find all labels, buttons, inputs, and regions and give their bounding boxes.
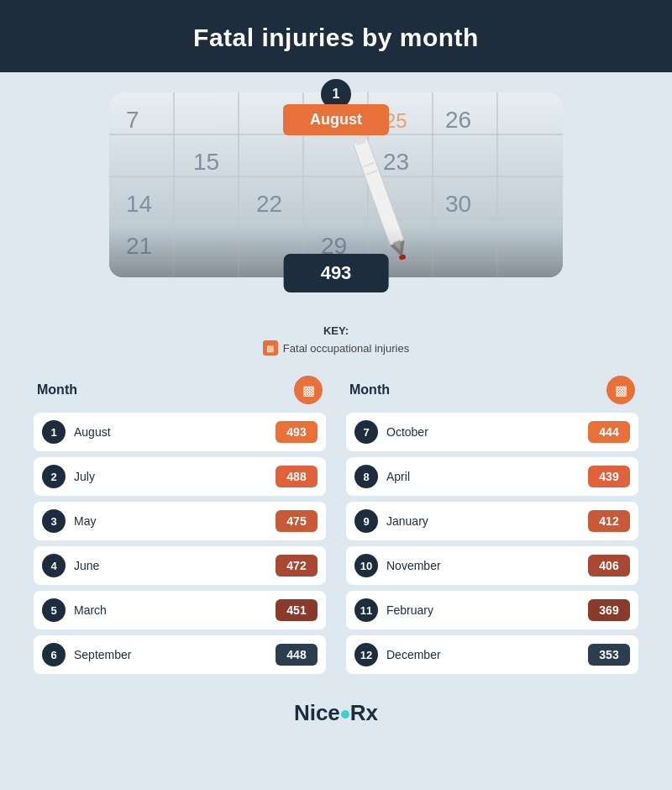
svg-text:23: 23 — [383, 149, 409, 175]
value-badge: 451 — [276, 599, 318, 621]
rank-circle: 11 — [354, 598, 378, 622]
rank-circle: 1 — [42, 420, 66, 444]
table-row: 8April439 — [346, 457, 638, 496]
value-badge: 444 — [588, 421, 630, 443]
right-table-rows: 7October4448April4399January41210Novembe… — [346, 413, 638, 674]
month-name: May — [74, 514, 267, 528]
rank-circle: 5 — [42, 598, 66, 622]
table-row: 2July488 — [34, 457, 326, 496]
hero-card: 1 August — [109, 92, 563, 277]
page-title: Fatal injuries by month — [17, 24, 655, 52]
value-badge: 493 — [276, 421, 318, 443]
table-row: 3May475 — [34, 502, 326, 540]
logo-nice: Nice — [294, 700, 340, 725]
value-badge: 472 — [276, 555, 318, 577]
value-badge: 369 — [588, 599, 630, 621]
hero-value-badge: 493 — [284, 254, 389, 292]
svg-text:22: 22 — [256, 191, 282, 217]
month-name: March — [74, 603, 267, 617]
table-row: 1August493 — [34, 413, 326, 451]
value-badge: 448 — [276, 644, 318, 666]
month-name: November — [386, 559, 580, 572]
table-row: 6September448 — [34, 635, 326, 674]
svg-text:26: 26 — [445, 107, 471, 133]
svg-text:15: 15 — [193, 149, 219, 175]
left-table-panel: Month ▩ 1August4932July4883May4754June47… — [34, 376, 326, 680]
left-table-icon: ▩ — [294, 376, 323, 404]
value-badge: 353 — [588, 644, 630, 666]
rank-circle: 6 — [42, 643, 66, 666]
left-table-title: Month — [37, 382, 77, 398]
table-row: 5March451 — [34, 591, 326, 629]
table-row: 9January412 — [346, 502, 638, 540]
table-row: 11February369 — [346, 591, 638, 629]
key-item-label: Fatal occupational injuries — [283, 342, 409, 355]
value-badge: 475 — [276, 510, 318, 532]
table-row: 7October444 — [346, 413, 638, 451]
value-badge: 412 — [588, 510, 630, 532]
rank-circle: 9 — [354, 509, 378, 533]
page-header: Fatal injuries by month — [0, 0, 672, 72]
left-table-rows: 1August4932July4883May4754June4725March4… — [34, 413, 326, 674]
month-name: April — [386, 470, 580, 483]
rank-circle: 12 — [354, 643, 378, 666]
month-name: December — [386, 648, 580, 661]
table-row: 12December353 — [346, 635, 638, 674]
table-row: 4June472 — [34, 546, 326, 585]
month-name: October — [386, 425, 580, 439]
month-name: September — [74, 648, 267, 661]
rank-circle: 3 — [42, 509, 66, 533]
logo-text: NiceRx — [294, 700, 378, 726]
tables-section: Month ▩ 1August4932July4883May4754June47… — [34, 376, 638, 680]
rank-circle: 10 — [354, 554, 378, 577]
logo-rx: Rx — [350, 700, 378, 725]
main-content: 1 August — [0, 72, 672, 743]
logo-section: NiceRx — [294, 700, 378, 726]
month-name: June — [74, 559, 267, 572]
key-label: KEY: — [263, 324, 409, 337]
month-name: February — [386, 603, 580, 617]
value-badge: 406 — [588, 555, 630, 577]
right-table-icon: ▩ — [606, 376, 635, 404]
month-name: August — [74, 425, 267, 439]
value-badge: 488 — [276, 466, 318, 487]
key-icon: ▩ — [263, 340, 278, 356]
rank-circle: 8 — [354, 465, 378, 488]
svg-text:30: 30 — [445, 191, 471, 217]
right-table-panel: Month ▩ 7October4448April4399January4121… — [346, 376, 638, 680]
value-badge: 439 — [588, 466, 630, 487]
svg-text:7: 7 — [126, 107, 139, 133]
rank-circle: 4 — [42, 554, 66, 577]
svg-text:14: 14 — [126, 191, 152, 217]
right-table-title: Month — [349, 382, 390, 398]
rank-circle: 2 — [42, 465, 66, 488]
left-table-header: Month ▩ — [34, 376, 326, 404]
logo-dot — [341, 710, 349, 719]
table-row: 10November406 — [346, 546, 638, 585]
key-item: ▩ Fatal occupational injuries — [263, 340, 409, 356]
rank-circle: 7 — [354, 420, 378, 444]
key-section: KEY: ▩ Fatal occupational injuries — [263, 324, 409, 356]
month-name: July — [74, 470, 267, 483]
hero-month-label: August — [283, 104, 389, 135]
right-table-header: Month ▩ — [346, 376, 638, 404]
month-name: January — [386, 514, 580, 528]
